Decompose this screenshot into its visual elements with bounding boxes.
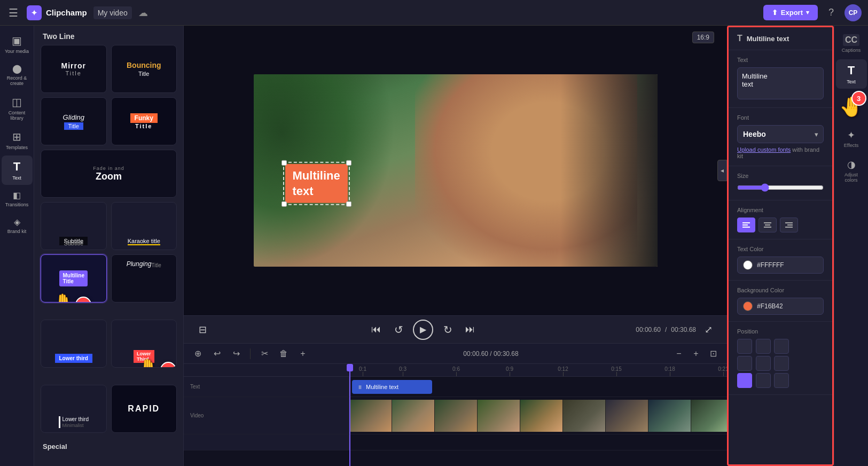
ruler-mark-1: 0:3	[376, 367, 429, 376]
font-select[interactable]: Heebo	[737, 125, 824, 143]
video-time: 00:00.60	[636, 326, 661, 333]
effects-button[interactable]: ✦ Effects	[836, 125, 867, 152]
timeline-add-button[interactable]: +	[295, 346, 310, 361]
align-right-icon	[785, 221, 793, 229]
special-section-label: Special	[41, 437, 177, 454]
align-center-button[interactable]	[758, 218, 777, 232]
text-overlay-container[interactable]: Multilinetext	[283, 162, 350, 205]
prop-size-section: Size	[729, 166, 832, 200]
video-frame: Multilinetext	[254, 74, 658, 267]
skip-back-button[interactable]: ⏮	[368, 322, 384, 338]
template-mirror-title[interactable]: Mirror Title	[41, 45, 107, 93]
template-rapid[interactable]: Rapid	[111, 385, 177, 433]
handle-top-right[interactable]	[346, 160, 351, 166]
help-icon[interactable]: ?	[828, 7, 834, 18]
template-karaoke[interactable]: Karaoke title .	[111, 202, 177, 250]
hamburger-icon[interactable]: ☰	[6, 4, 20, 21]
template-modern-zoom[interactable]: Fade in and Zoom	[41, 150, 177, 198]
sidebar-item-text[interactable]: T Text	[2, 156, 33, 185]
bg-color-swatch[interactable]: #F16B42	[737, 298, 824, 315]
expand-right-arrow[interactable]: ◂	[717, 160, 727, 181]
captions-button[interactable]: CC Captions	[836, 30, 867, 57]
timeline-magnetic-button[interactable]: ⊕	[190, 346, 205, 361]
pos-top-left[interactable]	[737, 339, 752, 354]
template-funky-title[interactable]: Funky Title	[111, 97, 177, 145]
play-button[interactable]: ▶	[413, 320, 433, 340]
text-track-content[interactable]: ⏸ Multiline text	[349, 377, 727, 397]
skip-forward-button[interactable]: ⏭	[462, 322, 478, 338]
export-button[interactable]: ⬆ Export ▾	[763, 5, 818, 20]
sidebar-item-transitions[interactable]: ◧ Transitions	[2, 186, 33, 212]
video-track-content[interactable]	[349, 397, 727, 434]
prop-font-section: Font Heebo ▾ Upload custom fonts with br…	[729, 108, 832, 166]
sidebar-item-templates[interactable]: ⊞ Templates	[2, 126, 33, 154]
right-shadow	[496, 74, 657, 267]
pos-top-right[interactable]	[774, 339, 789, 354]
sidebar-label-text: Text	[12, 175, 21, 181]
right-sidebar: CC Captions T Text 🤚 3 ✦ Effects ◑ Adjus…	[834, 26, 868, 466]
pos-bot-left[interactable]	[737, 373, 752, 388]
zoom-fit-button[interactable]: ⊡	[706, 346, 721, 361]
alignment-buttons	[737, 218, 824, 232]
align-right-button[interactable]	[780, 218, 798, 232]
plunging-preview: Plunging Title	[127, 255, 161, 302]
pos-bot-right[interactable]	[774, 373, 789, 388]
text-clip[interactable]: ⏸ Multiline text	[352, 380, 432, 394]
video-total-time: 00:30.68	[671, 326, 696, 333]
topbar: ☰ ✦ Clipchamp My video ☁ ⬆ Export ▾ ? CP	[0, 0, 868, 26]
handle-bottom-right[interactable]	[346, 201, 351, 207]
size-slider[interactable]	[737, 183, 824, 192]
text-track-row: Text ⏸ Multiline text	[184, 377, 727, 397]
rewind-button[interactable]: ↺	[390, 322, 406, 338]
avatar[interactable]: CP	[844, 4, 862, 21]
audio-track-content	[349, 434, 727, 450]
handle-top-left[interactable]	[281, 160, 287, 166]
template-lower-third-2[interactable]: LowerThird 🤚 2	[111, 320, 177, 368]
sidebar-item-brand[interactable]: ◈ Brand kit	[2, 213, 33, 238]
align-left-button[interactable]	[737, 218, 755, 232]
timeline-delete-button[interactable]: 🗑	[276, 346, 291, 361]
annotation-number-3: 3	[851, 91, 866, 106]
fullscreen-button[interactable]: ⤢	[700, 322, 716, 338]
prop-text-input[interactable]: Multiline text	[737, 67, 824, 99]
video-title[interactable]: My video	[93, 6, 132, 19]
adjust-colors-label: Adjustcolors	[844, 172, 858, 183]
timeline-zoom: − + ⊡	[671, 346, 721, 361]
template-bouncing-title[interactable]: Bouncing Title	[111, 45, 177, 93]
app-name: Clipchamp	[46, 8, 87, 17]
timeline-cut-button[interactable]: ✂	[257, 346, 272, 361]
text-tool-button[interactable]: T Text	[836, 59, 867, 89]
sidebar-label-content: Contentlibrary	[9, 110, 26, 121]
text-color-circle	[743, 260, 753, 270]
template-subtitle[interactable]: Subtitle Subtitle	[41, 202, 107, 250]
templates-row-2: Gliding Title Funky Title	[41, 97, 177, 145]
zoom-out-button[interactable]: −	[671, 346, 686, 361]
template-lower-third-min[interactable]: Lower thirdMinimalist	[41, 385, 107, 433]
upload-fonts-link[interactable]: Upload custom fonts	[737, 146, 791, 153]
prop-position-section: Position	[729, 322, 832, 395]
template-gliding-title[interactable]: Gliding Title	[41, 97, 107, 145]
rapid-preview: Rapid	[128, 385, 160, 432]
template-multiline-title[interactable]: MultilineTitle 🤚 1	[41, 254, 107, 302]
template-plunging[interactable]: Plunging Title	[111, 254, 177, 302]
lower-third-min-preview: Lower thirdMinimalist	[56, 385, 92, 432]
template-lower-third[interactable]: Lower third	[41, 320, 107, 368]
pos-mid-left[interactable]	[737, 356, 752, 371]
pos-mid-center[interactable]	[756, 356, 771, 371]
zoom-in-button[interactable]: +	[689, 346, 703, 361]
sidebar-item-content[interactable]: ◫ Contentlibrary	[2, 91, 33, 125]
sidebar-label-brand: Brand kit	[7, 229, 27, 234]
handle-bottom-left[interactable]	[281, 201, 287, 207]
pos-mid-right[interactable]	[774, 356, 789, 371]
adjust-colors-button[interactable]: ◑ Adjustcolors	[836, 154, 867, 187]
media-icon: ▣	[12, 34, 22, 47]
forward-button[interactable]: ↻	[440, 322, 456, 338]
screenshot-button[interactable]: ⊟	[194, 322, 210, 338]
timeline-redo-button[interactable]: ↪	[229, 346, 244, 361]
pos-top-center[interactable]	[756, 339, 771, 354]
pos-bot-center[interactable]	[756, 373, 771, 388]
timeline-undo-button[interactable]: ↩	[209, 346, 224, 361]
sidebar-item-your-media[interactable]: ▣ Your media	[2, 30, 33, 58]
sidebar-item-record[interactable]: ⬤ Record &create	[2, 59, 33, 90]
text-color-swatch[interactable]: #FFFFFF	[737, 257, 824, 274]
